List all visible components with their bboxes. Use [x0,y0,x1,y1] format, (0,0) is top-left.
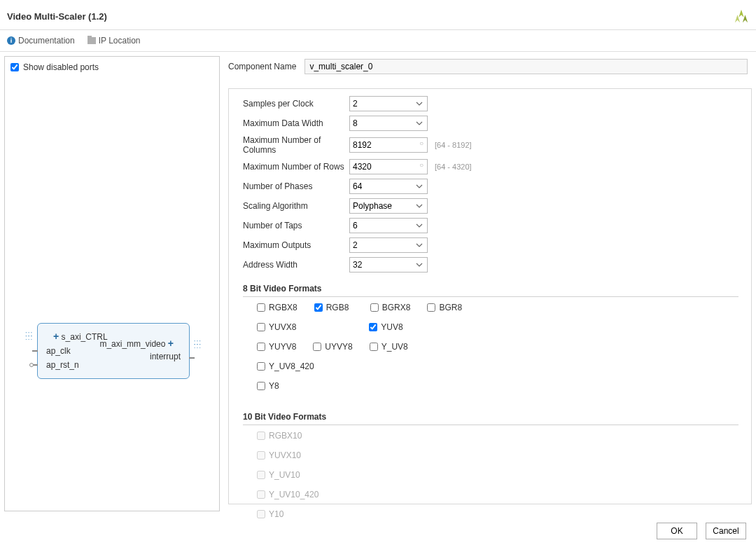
ok-button[interactable]: OK [657,523,697,539]
port-ap-rst-n: ap_rst_n [46,360,79,370]
format-yuv8-checkbox[interactable]: YUV8 [369,322,408,332]
main-content: Show disabled ports :::::: :::::: + s_ax… [0,52,756,516]
max-rows-label: Maximum Number of Rows [243,162,349,172]
max-cols-label: Maximum Number of Columns [243,135,349,155]
num-phases-select[interactable]: 64 [349,179,428,194]
max-rows-range: [64 - 4320] [435,163,472,171]
num-taps-label: Number of Taps [243,221,349,230]
component-name-label: Component Name [228,62,296,71]
ten-bit-format-group: RGBX10 YUVX10 Y_UV10 Y_UV10_420 Y10 [257,431,738,529]
format-uyvy8-checkbox[interactable]: UYVY8 [313,342,352,352]
max-cols-input[interactable] [349,137,428,153]
format-y-uv10-checkbox: Y_UV10 [257,470,300,480]
num-taps-select[interactable]: 6 [349,218,428,233]
documentation-label: Documentation [18,36,75,46]
block-diagram-panel: Show disabled ports :::::: :::::: + s_ax… [4,56,220,511]
addr-width-select[interactable]: 32 [349,257,428,272]
config-panel: Samples per Clock 2 Maximum Data Width 8… [228,88,752,504]
documentation-link[interactable]: i Documentation [7,36,75,46]
addr-width-label: Address Width [243,260,349,270]
format-y-uv10-420-checkbox: Y_UV10_420 [257,490,318,499]
bus-dots-left-icon: :::::: [25,332,33,339]
info-icon: i [7,36,15,45]
format-yuvx8-checkbox[interactable]: YUVX8 [257,322,296,332]
ip-block[interactable]: :::::: :::::: + s_axi_CTRL ap_clk ap_rst… [37,323,190,379]
format-rgbx10-checkbox: RGBX10 [257,431,302,441]
format-rgb8-checkbox[interactable]: RGB8 [314,303,354,312]
folder-icon [88,37,96,44]
header: Video Multi-Scaler (1.2) [0,0,756,30]
cancel-button[interactable]: Cancel [706,523,746,539]
max-data-width-label: Maximum Data Width [243,118,349,128]
format-y8-checkbox[interactable]: Y8 [257,381,296,391]
max-rows-input[interactable] [349,159,428,174]
format-y10-checkbox: Y10 [257,509,296,519]
format-yuyv8-checkbox[interactable]: YUYV8 [257,342,296,352]
ip-block-diagram: :::::: :::::: + s_axi_CTRL ap_clk ap_rst… [37,323,190,379]
max-cols-range: [64 - 8192] [435,141,472,149]
inverted-pin-icon [29,363,34,367]
footer: OK Cancel [657,523,746,539]
eight-bit-format-group: RGBX8 RGB8 BGRX8 BGR8 YUVX8 YUV8 YUYV8 U… [257,303,738,401]
expand-icon[interactable]: + [168,338,174,349]
format-yuvx10-checkbox: YUVX10 [257,450,301,460]
port-ap-clk: ap_clk [46,346,71,356]
ip-location-label: IP Location [99,36,141,46]
pin-icon [189,357,195,359]
expand-icon[interactable]: + [53,331,59,342]
port-interrupt: interrupt [150,352,181,361]
format-y-uv8-checkbox[interactable]: Y_UV8 [370,342,409,352]
max-data-width-select[interactable]: 8 [349,116,428,131]
format-bgr8-checkbox[interactable]: BGR8 [427,303,466,312]
format-y-uv8-420-checkbox[interactable]: Y_UV8_420 [257,361,314,371]
ip-location-link[interactable]: IP Location [88,36,141,46]
toolbar: i Documentation IP Location [0,30,756,52]
eight-bit-section-header: 8 Bit Video Formats [243,284,738,297]
samples-per-clock-select[interactable]: 2 [349,96,428,111]
samples-per-clock-label: Samples per Clock [243,99,349,109]
scaling-algo-label: Scaling Algorithm [243,201,349,211]
num-phases-label: Number of Phases [243,181,349,191]
component-name-row: Component Name [228,59,752,74]
show-disabled-ports-label: Show disabled ports [23,62,99,72]
app-logo-icon [734,8,749,24]
page-title: Video Multi-Scaler (1.2) [7,11,107,22]
bus-dots-right-icon: :::::: [194,340,202,347]
max-outputs-select[interactable]: 2 [349,237,428,253]
ten-bit-section-header: 10 Bit Video Formats [243,412,738,425]
pin-icon [32,350,38,352]
config-panel-container: Component Name Samples per Clock 2 Maxim… [228,56,752,511]
show-disabled-ports-checkbox[interactable]: Show disabled ports [10,62,214,72]
max-outputs-label: Maximum Outputs [243,240,349,250]
format-rgbx8-checkbox[interactable]: RGBX8 [257,303,298,312]
format-bgrx8-checkbox[interactable]: BGRX8 [370,303,411,312]
component-name-input[interactable] [304,59,748,74]
show-disabled-ports-input[interactable] [10,63,19,71]
port-m-axi-mm-video: m_axi_mm_video + [99,338,174,349]
scaling-algo-select[interactable]: Polyphase [349,198,428,214]
